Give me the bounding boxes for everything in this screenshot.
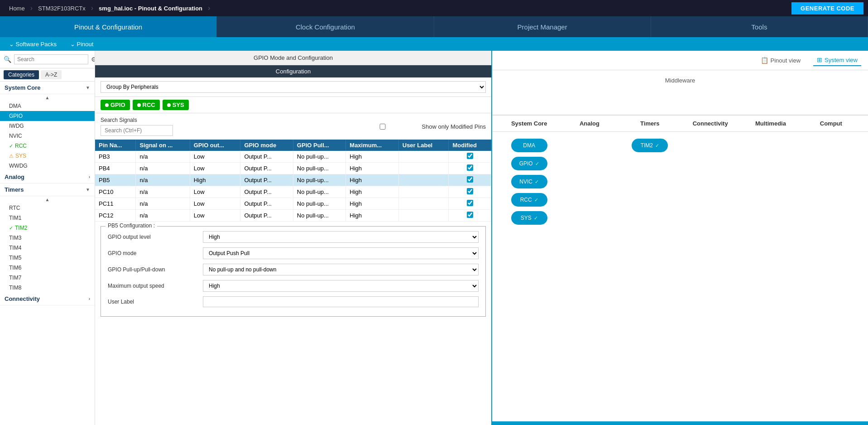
config-select-output-level[interactable]: High [203, 231, 479, 243]
sidebar-item-tim7[interactable]: TIM7 [0, 273, 95, 283]
table-row[interactable]: PC11 n/a Low Output P... No pull-up... H… [95, 198, 491, 210]
sidebar-item-iwdg[interactable]: IWDG [0, 121, 95, 131]
cell-mode: Output P... [240, 174, 293, 186]
col-connectivity: Connectivity [680, 120, 740, 127]
tab-pinout-configuration[interactable]: Pinout & Configuration [0, 16, 217, 37]
modified-checkbox[interactable] [467, 200, 473, 206]
rcc-button[interactable]: RCC ✓ [511, 193, 547, 207]
system-view-label: System view [825, 57, 858, 63]
sidebar-category-timers[interactable]: Timers ▼ [0, 184, 95, 196]
cell-label [398, 198, 449, 210]
col-gpio-mode[interactable]: GPIO mode [240, 140, 293, 151]
main-tab-bar: Pinout & Configuration Clock Configurati… [0, 16, 868, 37]
modified-checkbox[interactable] [467, 188, 473, 194]
config-input-user-label[interactable] [203, 296, 479, 307]
system-view-icon: ⊞ [817, 56, 822, 63]
bottom-scrollbar[interactable] [492, 421, 868, 425]
sidebar-system-core-items: ▲ DMA GPIO IWDG NVIC ✓ RCC ⚠ SYS WWDG [0, 94, 95, 171]
breadcrumb-file[interactable]: smg_hal.ioc - Pinout & Configuration [94, 0, 207, 16]
gpio-button[interactable]: GPIO ✓ [511, 157, 547, 170]
sidebar-item-rtc[interactable]: RTC [0, 203, 95, 213]
sidebar-item-tim8[interactable]: TIM8 [0, 283, 95, 293]
system-view-tab[interactable]: ⊞ System view [813, 54, 861, 66]
breadcrumb-chip[interactable]: STM32F103RCTx [34, 0, 90, 16]
config-row-output-level: GPIO output level High [108, 231, 479, 243]
col-user-label[interactable]: User Label [398, 140, 449, 151]
peripheral-tab-gpio[interactable]: GPIO [101, 100, 130, 110]
col-gpio-out[interactable]: GPIO out... [190, 140, 240, 151]
sidebar-item-rcc[interactable]: ✓ RCC [0, 141, 95, 151]
group-by-select[interactable]: Group By Peripherals [101, 81, 486, 93]
cell-pull: No pull-up... [293, 151, 345, 163]
modified-checkbox[interactable] [467, 176, 473, 183]
tab-clock-configuration[interactable]: Clock Configuration [217, 16, 434, 37]
col-gpio-pull[interactable]: GPIO Pull... [293, 140, 345, 151]
sidebar-category-analog[interactable]: Analog › [0, 171, 95, 184]
table-row[interactable]: PC10 n/a Low Output P... No pull-up... H… [95, 186, 491, 198]
sidebar-item-tim5[interactable]: TIM5 [0, 253, 95, 263]
sidebar-item-sys[interactable]: ⚠ SYS [0, 151, 95, 161]
config-select-mode[interactable]: Output Push Pull [203, 247, 479, 259]
sidebar-item-tim3[interactable]: TIM3 [0, 233, 95, 243]
table-row[interactable]: PB5 n/a High Output P... No pull-up... H… [95, 174, 491, 186]
cell-modified [449, 198, 491, 210]
table-row[interactable]: PB3 n/a Low Output P... No pull-up... Hi… [95, 151, 491, 163]
modified-checkbox[interactable] [467, 212, 473, 218]
submenu-software-packs[interactable]: ⌄ Software Packs [9, 41, 57, 48]
col-pin-name[interactable]: Pin Na... [95, 140, 136, 151]
cell-output: Low [190, 198, 240, 210]
pinout-view-tab[interactable]: 📋 Pinout view [757, 55, 804, 66]
submenu-pinout[interactable]: ⌄ Pinout [70, 41, 93, 48]
config-select-pull[interactable]: No pull-up and no pull-down [203, 264, 479, 275]
peripheral-tab-sys[interactable]: SYS [163, 100, 189, 110]
col-analog: Analog [559, 120, 619, 127]
modified-checkbox[interactable] [467, 153, 473, 159]
table-row[interactable]: PB4 n/a Low Output P... No pull-up... Hi… [95, 163, 491, 174]
breadcrumb-home[interactable]: Home [5, 0, 29, 16]
group-select-bar: Group By Peripherals [95, 77, 491, 97]
show-modified-checkbox[interactable] [346, 124, 419, 130]
scroll-up-btn[interactable]: ▲ [0, 94, 95, 101]
scroll-up-btn-timers[interactable]: ▲ [0, 196, 95, 203]
config-header: Configuration [95, 65, 491, 77]
col-maximum[interactable]: Maximum... [346, 140, 398, 151]
generate-code-button[interactable]: GENERATE CODE [791, 2, 863, 14]
dma-button[interactable]: DMA [511, 139, 547, 152]
config-select-max-speed[interactable]: High [203, 280, 479, 292]
sidebar-item-wwdg[interactable]: WWDG [0, 161, 95, 171]
col-modified[interactable]: Modified [449, 140, 491, 151]
config-label-output-level: GPIO output level [108, 234, 198, 240]
peripheral-tab-rcc[interactable]: RCC [133, 100, 160, 110]
sidebar-item-tim2[interactable]: ✓ TIM2 [0, 223, 95, 233]
sidebar-item-gpio[interactable]: GPIO [0, 111, 95, 121]
sys-button[interactable]: SYS ✓ [511, 211, 547, 225]
cell-max: High [346, 163, 398, 174]
sidebar-category-label-analog: Analog [5, 174, 24, 180]
modified-checkbox[interactable] [467, 164, 473, 171]
cell-mode: Output P... [240, 210, 293, 222]
tab-tools[interactable]: Tools [651, 16, 868, 37]
sidebar-category-connectivity[interactable]: Connectivity › [0, 293, 95, 305]
right-panel: 📋 Pinout view ⊞ System view Middleware S… [492, 51, 868, 425]
sidebar-tab-categories[interactable]: Categories [4, 70, 39, 79]
sidebar-category-system-core[interactable]: System Core ▼ [0, 82, 95, 94]
search-input[interactable] [14, 54, 88, 64]
sidebar-item-dma[interactable]: DMA [0, 101, 95, 111]
config-row-pull: GPIO Pull-up/Pull-down No pull-up and no… [108, 264, 479, 275]
sidebar-item-tim4[interactable]: TIM4 [0, 243, 95, 253]
cell-pin: PB5 [95, 174, 136, 186]
sidebar-item-tim1[interactable]: TIM1 [0, 213, 95, 223]
search-icon[interactable]: 🔍 [4, 56, 11, 63]
sidebar-item-nvic[interactable]: NVIC [0, 131, 95, 141]
gear-icon[interactable]: ⚙ [91, 56, 95, 63]
nvic-button[interactable]: NVIC ✓ [511, 175, 547, 188]
tab-project-manager[interactable]: Project Manager [434, 16, 651, 37]
sidebar-item-tim6[interactable]: TIM6 [0, 263, 95, 273]
rcc-tab-label: RCC [143, 101, 155, 108]
col-signal[interactable]: Signal on ... [136, 140, 190, 151]
table-row[interactable]: PC12 n/a Low Output P... No pull-up... H… [95, 210, 491, 222]
tim2-button[interactable]: TIM2 ✓ [632, 139, 668, 152]
sys-dot [167, 103, 171, 107]
sidebar-tab-az[interactable]: A->Z [41, 70, 62, 79]
search-signals-input[interactable] [101, 125, 173, 136]
